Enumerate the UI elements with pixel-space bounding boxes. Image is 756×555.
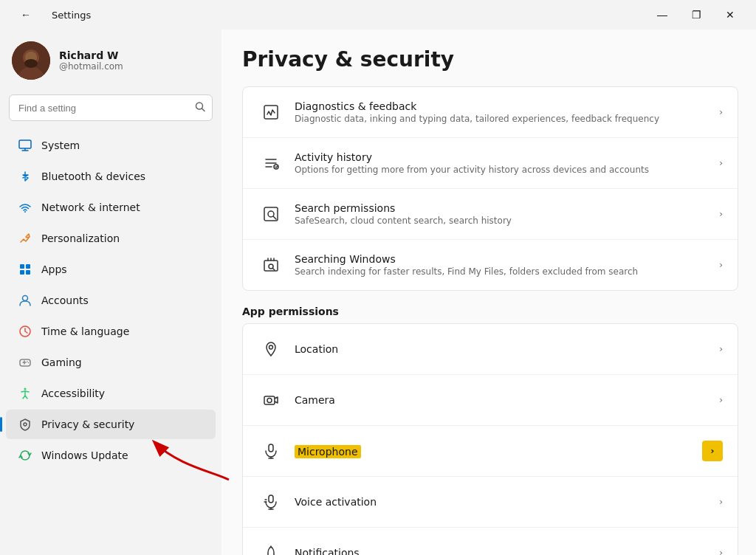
svg-rect-14: [26, 270, 30, 275]
camera-icon: [258, 387, 284, 413]
update-label: Windows Update: [41, 449, 204, 461]
accounts-icon: [18, 293, 32, 308]
minimize-button[interactable]: —: [645, 3, 679, 27]
activity-desc: Options for getting more from your activ…: [295, 165, 710, 175]
network-label: Network & internet: [41, 201, 204, 213]
svg-point-34: [267, 399, 272, 403]
content-area: Privacy & security Diagnostics & feedbac…: [221, 30, 756, 555]
maximize-button[interactable]: ❐: [679, 3, 713, 27]
svg-point-20: [27, 361, 28, 362]
accessibility-icon: [18, 386, 32, 401]
svg-point-32: [269, 345, 273, 349]
sidebar-item-apps[interactable]: Apps: [6, 255, 216, 284]
voice-text: Voice activation: [295, 496, 710, 508]
back-button[interactable]: ←: [9, 3, 43, 27]
svg-line-28: [273, 216, 276, 219]
sidebar-item-accessibility[interactable]: Accessibility: [6, 379, 216, 408]
voice-icon: [258, 489, 284, 515]
page-title: Privacy & security: [242, 47, 738, 72]
voice-chevron: ›: [719, 497, 723, 507]
svg-rect-13: [20, 270, 24, 275]
privacy-icon: [18, 417, 32, 432]
system-icon: [18, 138, 32, 153]
sidebar-item-time[interactable]: Time & language: [6, 317, 216, 346]
sidebar-item-gaming[interactable]: Gaming: [6, 348, 216, 377]
microphone-icon: [258, 438, 284, 464]
svg-point-21: [28, 362, 30, 364]
svg-point-15: [23, 296, 28, 301]
camera-item[interactable]: Camera ›: [243, 375, 738, 426]
notifications-text: Notifications: [295, 547, 710, 555]
svg-point-10: [24, 211, 26, 213]
user-email: @hotmail.com: [59, 61, 123, 72]
sidebar-item-update[interactable]: Windows Update: [6, 441, 216, 470]
avatar-image: [12, 41, 50, 80]
search-input[interactable]: [9, 94, 213, 121]
svg-rect-11: [20, 264, 24, 269]
svg-rect-24: [264, 106, 278, 119]
accessibility-label: Accessibility: [41, 387, 204, 399]
time-icon: [18, 324, 32, 339]
system-label: System: [41, 139, 204, 151]
sidebar-item-bluetooth[interactable]: Bluetooth & devices: [6, 162, 216, 191]
microphone-title: Microphone: [295, 445, 361, 458]
title-bar-left: ← Settings: [9, 3, 91, 27]
svg-rect-35: [269, 444, 273, 452]
title-bar: ← Settings — ❐ ✕: [0, 0, 756, 30]
diagnostics-desc: Diagnostic data, inking and typing data,…: [295, 114, 710, 124]
svg-rect-33: [264, 396, 275, 404]
avatar: [12, 41, 50, 80]
search-box: [9, 94, 213, 121]
bluetooth-label: Bluetooth & devices: [41, 170, 204, 182]
voice-item[interactable]: Voice activation ›: [243, 477, 738, 528]
microphone-item[interactable]: Microphone ›: [243, 426, 738, 477]
app-body: Richard W @hotmail.com Sy: [0, 30, 756, 555]
search-perms-desc: SafeSearch, cloud content search, search…: [295, 216, 710, 226]
search-perms-item[interactable]: Search permissions SafeSearch, cloud con…: [243, 189, 738, 240]
sidebar-item-network[interactable]: Network & internet: [6, 193, 216, 222]
user-profile[interactable]: Richard W @hotmail.com: [0, 30, 221, 94]
activity-text: Activity history Options for getting mor…: [295, 151, 710, 175]
title-bar-controls: — ❐ ✕: [645, 3, 747, 27]
microphone-text: Microphone: [295, 444, 693, 458]
diagnostics-icon: [258, 99, 284, 125]
user-name: Richard W: [59, 49, 123, 61]
close-button[interactable]: ✕: [713, 3, 747, 27]
searching-windows-item[interactable]: Searching Windows Search indexing for fa…: [243, 240, 738, 290]
activity-item[interactable]: Activity history Options for getting mor…: [243, 138, 738, 189]
sidebar-item-accounts[interactable]: Accounts: [6, 286, 216, 315]
location-text: Location: [295, 343, 710, 355]
search-perms-chevron: ›: [719, 209, 723, 219]
title-bar-title: Settings: [52, 10, 91, 21]
sidebar-item-privacy[interactable]: Privacy & security: [6, 410, 216, 439]
user-info: Richard W @hotmail.com: [59, 49, 123, 72]
top-settings-card: Diagnostics & feedback Diagnostic data, …: [242, 86, 738, 291]
svg-rect-38: [269, 495, 273, 503]
notifications-title: Notifications: [295, 547, 710, 555]
location-icon: [258, 336, 284, 362]
apps-label: Apps: [41, 263, 204, 275]
svg-line-6: [202, 108, 205, 111]
searching-windows-chevron: ›: [719, 260, 723, 270]
diagnostics-text: Diagnostics & feedback Diagnostic data, …: [295, 100, 710, 124]
sidebar-item-personalization[interactable]: Personalization: [6, 224, 216, 253]
diagnostics-title: Diagnostics & feedback: [295, 100, 710, 112]
accounts-label: Accounts: [41, 294, 204, 306]
notifications-item[interactable]: Notifications ›: [243, 528, 738, 555]
activity-title: Activity history: [295, 151, 710, 163]
permissions-card: Location › Camera ›: [242, 323, 738, 555]
location-title: Location: [295, 343, 710, 355]
location-item[interactable]: Location ›: [243, 324, 738, 375]
svg-point-23: [24, 423, 27, 426]
bluetooth-icon: [18, 169, 32, 184]
time-label: Time & language: [41, 325, 204, 337]
diagnostics-item[interactable]: Diagnostics & feedback Diagnostic data, …: [243, 87, 738, 138]
update-icon: [18, 448, 32, 463]
searching-windows-desc: Search indexing for faster results, Find…: [295, 266, 710, 277]
svg-rect-29: [264, 261, 278, 271]
notifications-icon: [258, 540, 284, 555]
location-chevron: ›: [719, 344, 723, 354]
sidebar-item-system[interactable]: System: [6, 131, 216, 160]
sidebar: Richard W @hotmail.com Sy: [0, 30, 221, 555]
camera-text: Camera: [295, 394, 710, 406]
